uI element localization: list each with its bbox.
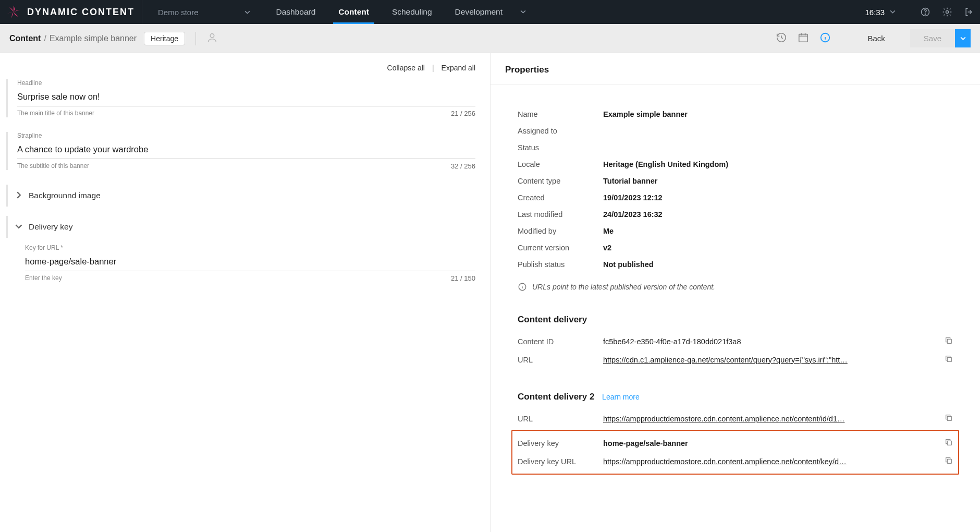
main-nav: Dashboard Content Scheduling Development [265,0,537,24]
sub-bar-right: Back Save [776,29,971,47]
cd2-delivery-key-url: Delivery key URL https://ampproductdemos… [518,452,953,470]
field-counter: 21 / 150 [451,274,475,282]
learn-more-link[interactable]: Learn more [602,393,640,401]
save-button[interactable]: Save [910,29,955,47]
url-note: URLs point to the latest published versi… [518,282,953,292]
prop-modby: Modified byMe [518,223,953,239]
tab-label: Content [338,7,369,17]
svg-rect-13 [947,339,951,343]
prop-version: Current versionv2 [518,239,953,256]
field-hint: The subtitle of this banner [17,162,89,170]
svg-point-8 [946,11,949,14]
logout-icon[interactable] [958,7,980,17]
field-label: Headline [17,79,475,87]
sub-bar: Content / Example simple banner Heritage… [0,24,980,53]
svg-rect-14 [947,357,951,361]
svg-rect-17 [947,459,951,463]
prop-locale: LocaleHeritage (English United Kingdom) [518,156,953,173]
form-panel: Collapse all | Expand all Headline The m… [0,53,490,532]
store-selector[interactable]: Demo store [142,0,265,24]
content-delivery-2-heading: Content delivery 2 Learn more [518,392,953,402]
caret-down-icon[interactable] [890,8,896,16]
prop-name: NameExample simple banner [518,106,953,123]
logo-text: DYNAMIC CONTENT [27,7,134,18]
cd-url-link[interactable]: https://cdn.c1.amplience-qa.net/cms/cont… [603,356,848,364]
store-name: Demo store [158,8,199,17]
back-button[interactable]: Back [867,34,885,43]
prop-created: Created19/01/2023 12:12 [518,189,953,206]
svg-rect-16 [947,441,951,445]
copy-icon[interactable] [945,336,953,346]
properties-panel: Properties NameExample simple banner Ass… [490,53,980,532]
prop-modified: Last modified24/01/2023 16:32 [518,206,953,223]
top-right: 16:33 [865,0,980,24]
svg-rect-15 [947,416,951,420]
svg-marker-1 [14,10,20,12]
cd-url: URL https://cdn.c1.amplience-qa.net/cms/… [518,350,953,369]
delivery-key-highlight: Delivery key home-page/sale-banner Deliv… [511,430,959,475]
divider [195,32,196,45]
field-delivery-key: Key for URL * Enter the key 21 / 150 [25,244,475,282]
field-counter: 21 / 256 [451,110,475,117]
info-icon[interactable] [819,32,831,45]
content-delivery-heading: Content delivery [518,315,953,325]
prop-assigned: Assigned to [518,123,953,139]
help-icon[interactable] [914,7,936,17]
breadcrumb-root[interactable]: Content [9,34,41,43]
tab-content[interactable]: Content [327,0,381,24]
collapse-all[interactable]: Collapse all [387,64,425,72]
copy-icon[interactable] [945,355,953,365]
save-dropdown[interactable] [955,29,971,47]
field-label: Key for URL * [25,244,475,251]
content-area: Collapse all | Expand all Headline The m… [0,53,980,532]
breadcrumb-leaf: Example simple banner [50,34,137,43]
properties-body: NameExample simple banner Assigned to St… [502,96,969,484]
settings-icon[interactable] [936,7,958,17]
field-hint: Enter the key [25,274,62,282]
chevron-right-icon [15,191,22,200]
tab-scheduling[interactable]: Scheduling [381,0,444,24]
svg-point-7 [925,14,925,15]
section-title: Delivery key [29,222,72,232]
assignee-icon[interactable] [206,32,218,45]
tab-label: Development [455,7,503,17]
field-strapline: Strapline The subtitle of this banner 32… [6,132,475,170]
tab-label: Scheduling [392,7,432,17]
caret-down-icon [244,8,250,17]
field-headline: Headline The main title of this banner 2… [6,79,475,117]
svg-rect-10 [799,34,808,42]
caret-down-icon [520,7,526,17]
field-counter: 32 / 256 [451,162,475,170]
locale-tag[interactable]: Heritage [144,32,185,45]
tab-dashboard[interactable]: Dashboard [265,0,327,24]
cd2-dkey-url-link[interactable]: https://ampproductdemostore.cdn.content.… [603,457,847,466]
strapline-input[interactable] [17,141,475,159]
section-delivery-key[interactable]: Delivery key [6,216,475,238]
calendar-icon[interactable] [798,32,809,45]
copy-icon[interactable] [945,438,953,448]
toolbar-sep: | [432,64,434,72]
svg-marker-3 [11,12,14,19]
form-toolbar: Collapse all | Expand all [9,64,475,72]
tab-development[interactable]: Development [444,0,537,24]
copy-icon[interactable] [945,456,953,466]
chevron-down-icon [15,223,22,232]
save-group: Save [910,29,971,47]
copy-icon[interactable] [945,414,953,424]
clock-time: 16:33 [865,8,885,17]
cd2-url-link[interactable]: https://ampproductdemostore.cdn.content.… [603,415,844,423]
svg-point-9 [210,34,214,38]
history-icon[interactable] [776,32,787,45]
delivery-key-input[interactable] [25,253,475,271]
svg-marker-5 [9,7,14,12]
note-text: URLs point to the latest published versi… [532,283,715,291]
tab-label: Dashboard [276,7,316,17]
info-icon [518,282,527,292]
svg-marker-4 [7,12,14,14]
headline-input[interactable] [17,89,475,106]
expand-all[interactable]: Expand all [442,64,475,72]
cd-content-id: Content ID fc5be642-e350-4f0e-a17d-180dd… [518,332,953,350]
field-hint: The main title of this banner [17,110,94,117]
logo[interactable]: DYNAMIC CONTENT [0,0,142,24]
section-bg-image[interactable]: Backgrounnd image [6,185,475,207]
